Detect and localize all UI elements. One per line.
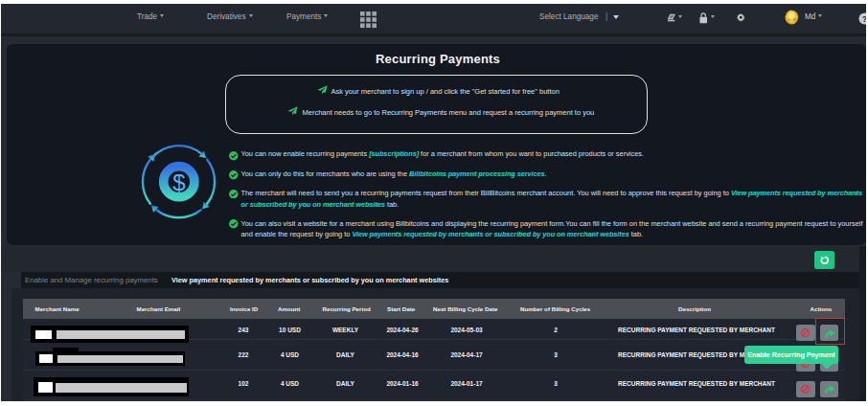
svg-text:$: $	[172, 169, 185, 195]
